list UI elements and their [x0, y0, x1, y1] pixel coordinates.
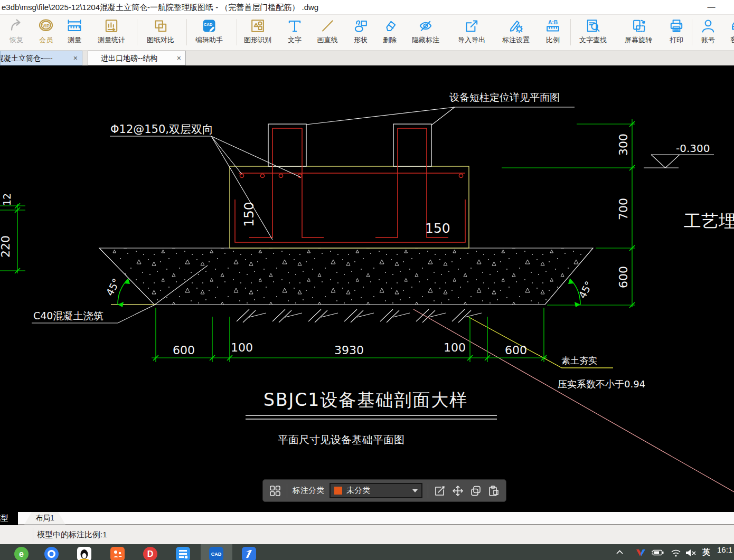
account-button[interactable]: 账号 — [695, 17, 721, 49]
annotation-soil-note: 素土夯实 — [561, 355, 597, 366]
stats-icon — [94, 17, 129, 35]
drawing-compare-button[interactable]: 图纸对比 — [143, 17, 178, 49]
paste-annotation-button[interactable] — [487, 485, 500, 497]
dim-bottom-600a: 600 — [173, 344, 195, 357]
orange-contacts-app-icon[interactable] — [110, 547, 125, 560]
battery-icon[interactable] — [651, 549, 664, 556]
delete-button[interactable]: 删除 — [377, 17, 403, 49]
status-bar: 模型中的标注比例:1 — [0, 525, 734, 544]
vip-member-button[interactable]: VIP 会员 — [33, 17, 59, 49]
toolbar-separator — [428, 484, 428, 498]
sheet-tab-layout1[interactable]: 布局1 — [24, 512, 65, 525]
annotation-settings-icon — [498, 17, 533, 35]
search-text-icon — [576, 17, 610, 35]
annotation-toolbar: 标注分类 未分类 — [262, 479, 506, 502]
tab-concrete-silo[interactable]: 混凝土立筒仓-—· × — [0, 51, 82, 65]
import-export-icon — [454, 17, 489, 35]
dim-bottom-600b: 600 — [505, 344, 527, 357]
equipment-columns — [268, 124, 431, 166]
draw-line-button[interactable]: 画直线 — [313, 17, 342, 49]
edit-annotation-button[interactable] — [434, 485, 446, 497]
eraser-icon — [377, 17, 403, 35]
category-label: 标注分类 — [293, 486, 324, 496]
status-separator — [33, 528, 33, 542]
soil-hatch — [237, 309, 482, 322]
close-icon[interactable]: × — [73, 51, 78, 65]
blue-browser-app-icon[interactable] — [44, 547, 59, 560]
rotate-screen-button[interactable]: 屏幕旋转 — [621, 17, 656, 49]
sheet-tab-model[interactable]: 模型 — [0, 512, 18, 525]
toolbar-separator — [237, 19, 237, 45]
ruler-icon — [61, 17, 88, 35]
qq-app-icon[interactable] — [77, 547, 91, 560]
user-icon — [695, 17, 721, 35]
printer-icon — [663, 17, 690, 35]
dimension-lines — [0, 119, 635, 362]
red-d-app-icon[interactable]: D — [143, 547, 157, 560]
shapes-button[interactable]: 形状 — [347, 17, 374, 49]
move-annotation-button[interactable] — [451, 485, 464, 497]
cad-viewer-app-icon[interactable]: CAD — [209, 547, 223, 560]
wifi-icon[interactable] — [671, 549, 681, 557]
dim-right-600: 600 — [617, 266, 630, 288]
svg-text:VIP: VIP — [42, 24, 50, 29]
print-button[interactable]: 打印 — [663, 17, 690, 49]
toolbar-separator — [570, 19, 571, 45]
windows-taskbar: e D CAD 英 16:1 — [0, 544, 734, 560]
shape-recognition-button[interactable]: 图形识别 — [240, 17, 275, 49]
measure-stats-button[interactable]: 测量统计 — [94, 17, 129, 49]
find-text-button[interactable]: 文字查找 — [576, 17, 610, 49]
line-icon — [313, 17, 342, 35]
sheet-tab-bar: 模型 布局1 — [0, 512, 734, 525]
dim-bottom-100a: 100 — [231, 341, 253, 354]
dim-left-12: 12 — [1, 193, 13, 206]
tray-expand-icon[interactable] — [616, 549, 624, 555]
dim-right-700: 700 — [617, 198, 630, 220]
close-icon[interactable]: × — [177, 51, 181, 65]
dim-bottom-3930: 3930 — [334, 344, 364, 357]
scale-button[interactable]: A:B 比例 — [540, 17, 566, 49]
drawing-canvas[interactable]: 设备短柱定位详见平面图 Φ12@150,双层双向 -0.300 工艺埋件 C40… — [0, 65, 734, 512]
vip-icon: VIP — [33, 17, 59, 35]
hide-annotations-button[interactable]: 隐藏标注 — [408, 17, 443, 49]
dim-angle-right: 45° — [576, 279, 595, 300]
undo-icon — [3, 17, 30, 35]
category-color-swatch — [334, 487, 342, 495]
measure-button[interactable]: 测量 — [61, 17, 88, 49]
shapes-icon — [347, 17, 374, 35]
ime-language-indicator[interactable]: 英 — [702, 547, 710, 557]
edit-assistant-button[interactable]: CAD 编辑助手 — [192, 17, 227, 49]
dim-bottom-100b: 100 — [444, 341, 466, 354]
annotation-compaction-note: 压实系数不小于0.94 — [558, 378, 645, 390]
cad-assistant-icon: CAD — [192, 17, 227, 35]
browser-e-app-icon[interactable]: e — [14, 547, 29, 560]
minimize-button[interactable]: — — [705, 0, 717, 14]
annotation-column-leader: 设备短柱定位详见平面图 — [449, 91, 560, 103]
annotation-embed-parts: 工艺埋件 — [684, 211, 734, 231]
category-grid-button[interactable] — [269, 485, 281, 497]
chevron-down-icon — [412, 489, 418, 492]
annotation-settings-button[interactable]: 标注设置 — [498, 17, 533, 49]
toolbar-separator — [287, 484, 287, 498]
dim-left-220: 220 — [0, 235, 12, 258]
text-button[interactable]: 文字 — [281, 17, 308, 49]
annotation-level: -0.300 — [676, 142, 710, 155]
volume-muted-icon[interactable] — [685, 549, 697, 557]
title-bar: e3db\msg\file\2025-12\1204混凝土立筒仓-一航院整理版图… — [0, 0, 734, 15]
import-export-button[interactable]: 导入导出 — [454, 17, 489, 49]
category-dropdown[interactable]: 未分类 — [330, 483, 422, 498]
dim-right-300: 300 — [617, 134, 630, 156]
document-app-icon[interactable] — [176, 547, 190, 560]
copy-annotation-button[interactable] — [469, 485, 482, 497]
tab-weighbridge-structure[interactable]: 进出口地磅--结构 × — [88, 51, 186, 65]
rotate-icon — [621, 17, 656, 35]
customer-service-button[interactable]: 客服 — [724, 17, 734, 49]
svg-text:CAD: CAD — [204, 22, 213, 27]
tray-v-app-icon[interactable] — [636, 549, 646, 557]
document-tab-bar: 混凝土立筒仓-—· × 进出口地磅--结构 × — [0, 51, 734, 65]
window-title: e3db\msg\file\2025-12\1204混凝土立筒仓-一航院整理版图… — [2, 0, 318, 14]
blue-flag-app-icon[interactable] — [242, 547, 256, 560]
dim-inner-150-right: 150 — [425, 221, 450, 236]
undo-button[interactable]: 恢复 — [3, 17, 30, 49]
clock[interactable]: 16:1 — [717, 545, 732, 554]
